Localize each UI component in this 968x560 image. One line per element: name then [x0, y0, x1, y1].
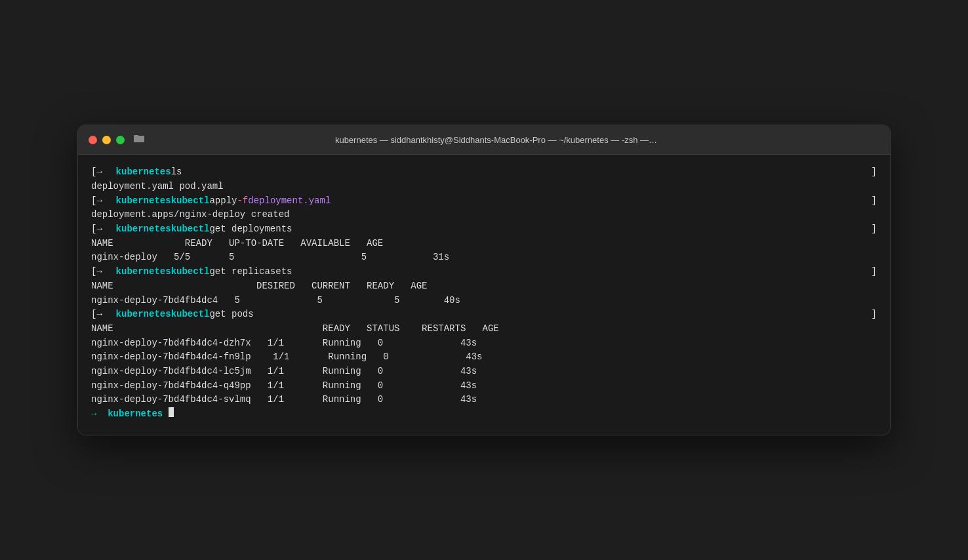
output-text: nginx-deploy-7bd4fb4dc4-lc5jm 1/1 Runnin… — [91, 365, 477, 379]
prompt-bracket: [→ — [91, 308, 102, 322]
minimize-button[interactable] — [102, 136, 111, 144]
output-text: deployment.apps/nginx-deploy created — [91, 208, 289, 222]
cmd-get-replicasets: get replicasets — [209, 265, 292, 279]
output-replicasets-header: NAME DESIRED CURRENT READY AGE — [91, 279, 877, 294]
output-text: nginx-deploy-7bd4fb4dc4-q49pp 1/1 Runnin… — [91, 379, 477, 393]
prompt-bracket: [→ — [91, 265, 102, 279]
output-text: NAME READY UP-TO-DATE AVAILABLE AGE — [91, 237, 383, 251]
terminal-body[interactable]: [→ kubernetes ls ] deployment.yaml pod.y… — [78, 155, 890, 434]
cmd-get-deployments: get deployments — [209, 222, 292, 237]
command-line-get-deployments: [→ kubernetes kubectl get deployments ] — [91, 222, 877, 237]
cmd-kubectl: kubectl — [171, 222, 210, 237]
output-deployments-data: nginx-deploy 5/5 5 5 31s — [91, 250, 877, 265]
title-bar: kubernetes — siddhantkhisty@Siddhants-Ma… — [78, 125, 890, 155]
output-text: nginx-deploy-7bd4fb4dc4-dzh7x 1/1 Runnin… — [91, 336, 477, 351]
prompt-dir: kubernetes — [105, 165, 171, 180]
output-text: nginx-deploy 5/5 5 5 31s — [91, 250, 449, 265]
cmd-apply: apply — [209, 194, 237, 209]
output-pod-3: nginx-deploy-7bd4fb4dc4-lc5jm 1/1 Runnin… — [91, 365, 877, 379]
output-text: NAME READY STATUS RESTARTS AGE — [91, 322, 499, 336]
output-text: deployment.yaml pod.yaml — [91, 180, 224, 194]
output-pod-2: nginx-deploy-7bd4fb4dc4-fn9lp 1/1 Runnin… — [91, 350, 877, 365]
output-pod-1: nginx-deploy-7bd4fb4dc4-dzh7x 1/1 Runnin… — [91, 336, 877, 351]
close-bracket: ] — [872, 165, 877, 180]
output-pod-5: nginx-deploy-7bd4fb4dc4-svlmq 1/1 Runnin… — [91, 393, 877, 407]
svg-rect-1 — [134, 135, 138, 137]
close-button[interactable] — [89, 136, 97, 144]
output-text: nginx-deploy-7bd4fb4dc4-svlmq 1/1 Runnin… — [91, 393, 477, 407]
output-ls: deployment.yaml pod.yaml — [91, 180, 877, 194]
output-text: NAME DESIRED CURRENT READY AGE — [91, 279, 427, 294]
prompt-arrow-final: → — [91, 407, 96, 422]
output-replicasets-data: nginx-deploy-7bd4fb4dc4 5 5 5 40s — [91, 294, 877, 308]
output-pods-header: NAME READY STATUS RESTARTS AGE — [91, 322, 877, 336]
prompt-bracket: [→ — [91, 165, 102, 180]
cursor — [169, 407, 174, 417]
close-bracket: ] — [872, 308, 877, 322]
close-bracket: ] — [872, 194, 877, 209]
output-text: nginx-deploy-7bd4fb4dc4 5 5 5 40s — [91, 294, 460, 308]
command-line-ls: [→ kubernetes ls ] — [91, 165, 877, 180]
maximize-button[interactable] — [116, 136, 125, 144]
command-line-get-pods: [→ kubernetes kubectl get pods ] — [91, 308, 877, 322]
output-pod-4: nginx-deploy-7bd4fb4dc4-q49pp 1/1 Runnin… — [91, 379, 877, 393]
cmd-kubectl: kubectl — [171, 265, 210, 279]
output-apply: deployment.apps/nginx-deploy created — [91, 208, 877, 222]
command-line-apply: [→ kubernetes kubectl apply -f deploymen… — [91, 194, 877, 209]
output-deployments-header: NAME READY UP-TO-DATE AVAILABLE AGE — [91, 237, 877, 251]
close-bracket: ] — [872, 222, 877, 237]
prompt-line-final[interactable]: → kubernetes — [91, 407, 877, 422]
cmd-flag: -f — [237, 194, 248, 209]
prompt-dir: kubernetes — [105, 265, 171, 279]
prompt-dir-final: kubernetes — [96, 407, 168, 422]
prompt-dir: kubernetes — [105, 194, 171, 209]
output-text: nginx-deploy-7bd4fb4dc4-fn9lp 1/1 Runnin… — [91, 350, 483, 365]
close-bracket: ] — [872, 265, 877, 279]
folder-icon — [134, 133, 144, 146]
cmd-get-pods: get pods — [209, 308, 253, 322]
cmd-kubectl: kubectl — [171, 194, 210, 209]
prompt-bracket: [→ — [91, 194, 102, 209]
cmd-file: deployment.yaml — [248, 194, 331, 209]
cmd-kubectl: kubectl — [171, 308, 210, 322]
prompt-dir: kubernetes — [105, 308, 171, 322]
window-title: kubernetes — siddhantkhisty@Siddhants-Ma… — [152, 135, 840, 145]
terminal-window: kubernetes — siddhantkhisty@Siddhants-Ma… — [77, 125, 891, 435]
cmd-ls: ls — [171, 165, 182, 180]
command-line-get-replicasets: [→ kubernetes kubectl get replicasets ] — [91, 265, 877, 279]
prompt-dir: kubernetes — [105, 222, 171, 237]
prompt-bracket: [→ — [91, 222, 102, 237]
